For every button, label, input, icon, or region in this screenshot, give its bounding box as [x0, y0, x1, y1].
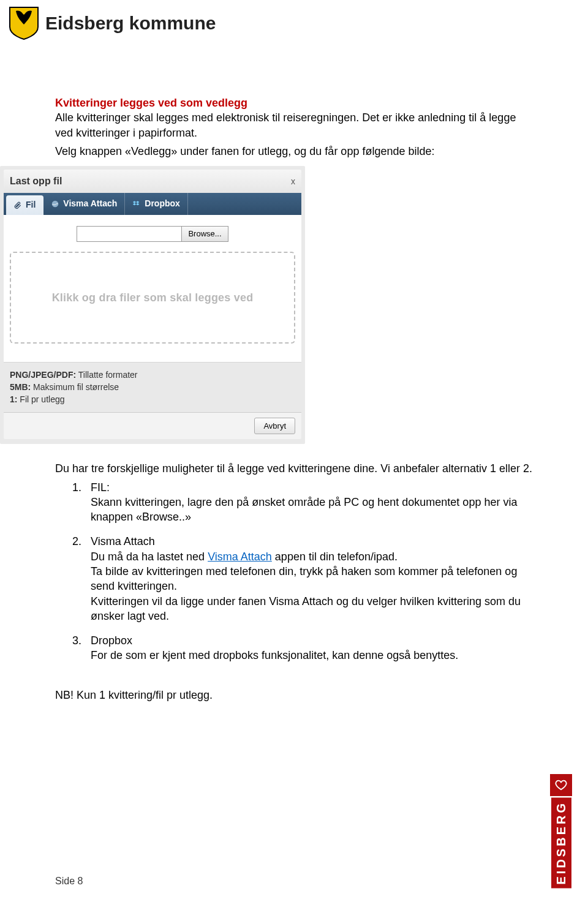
item1-body: Skann kvitteringen, lagre den på ønsket … — [91, 495, 533, 525]
tab-fil[interactable]: Fil — [6, 195, 43, 215]
file-path-field[interactable] — [77, 227, 181, 241]
dialog-tabbar: Fil Visma Attach Dropbox — [4, 193, 301, 215]
info-count-label: 1: — [10, 394, 17, 404]
list-item: 2. Visma Attach Du må da ha lastet ned V… — [72, 534, 533, 623]
section-para-1: Alle kvitteringer skal legges med elektr… — [55, 110, 533, 140]
nb-note: NB! Kun 1 kvittering/fil pr utlegg. — [55, 688, 533, 702]
tab-visma-attach[interactable]: Visma Attach — [43, 193, 125, 215]
side-brand: EIDSBERG — [550, 774, 572, 888]
dialog-info: PNG/JPEG/PDF: Tillatte formater 5MB: Mak… — [4, 362, 301, 412]
list-item: 1. FIL: Skann kvitteringen, lagre den på… — [72, 480, 533, 525]
close-icon[interactable]: x — [291, 176, 295, 187]
list-item: 3. Dropbox For de som er kjent med dropb… — [72, 633, 533, 663]
dialog-title-text: Last opp fil — [10, 175, 62, 188]
info-size-label: 5MB: — [10, 382, 31, 392]
dropzone[interactable]: Klikk og dra filer som skal legges ved — [10, 252, 295, 344]
section-para-2: Velg knappen «Vedlegg» under fanen for u… — [55, 144, 533, 159]
info-size-text: Maksimum fil størrelse — [31, 382, 119, 392]
file-picker[interactable]: Browse... — [77, 226, 228, 242]
list-number-1: 1. — [72, 480, 83, 525]
list-number-3: 3. — [72, 633, 83, 663]
heart-icon — [550, 774, 572, 796]
file-input-row: Browse... — [4, 215, 301, 248]
tab-visma-label: Visma Attach — [63, 198, 117, 209]
page-footer: Side 8 — [55, 876, 83, 887]
info-formats-text: Tillatte formater — [76, 370, 137, 380]
brand-text: EIDSBERG — [551, 797, 571, 888]
item2-line2: Ta bilde av kvitteringen med telefonen d… — [91, 564, 533, 594]
dialog-titlebar: Last opp fil x — [4, 170, 301, 193]
section-title: Kvitteringer legges ved som vedlegg — [55, 96, 533, 110]
tab-dropbox-label: Dropbox — [145, 198, 180, 209]
doc-header: Eidsberg kommune — [0, 0, 588, 40]
info-count-text: Fil pr utlegg — [17, 394, 64, 404]
after-dialog-para: Du har tre forskjellige muligheter til å… — [55, 461, 533, 476]
browse-button[interactable]: Browse... — [181, 227, 227, 241]
tab-fil-label: Fil — [26, 199, 36, 211]
info-formats-label: PNG/JPEG/PDF: — [10, 370, 76, 380]
tab-dropbox[interactable]: Dropbox — [125, 193, 188, 215]
item2-title: Visma Attach — [91, 534, 533, 549]
list-number-2: 2. — [72, 534, 83, 623]
item1-title: FIL: — [91, 480, 533, 495]
item2-line1b: appen til din telefon/ipad. — [272, 551, 398, 563]
globe-icon — [51, 200, 59, 208]
item3-body: For de som er kjent med dropboks funksjo… — [91, 648, 458, 663]
content: Kvitteringer legges ved som vedlegg Alle… — [0, 40, 588, 702]
upload-dialog: Last opp fil x Fil Visma Attach — [0, 166, 305, 444]
numbered-list: 1. FIL: Skann kvitteringen, lagre den på… — [72, 480, 533, 663]
paperclip-icon — [13, 201, 22, 209]
header-title: Eidsberg kommune — [45, 13, 216, 34]
item3-title: Dropbox — [91, 633, 458, 648]
dropzone-label: Klikk og dra filer som skal legges ved — [52, 290, 254, 305]
item2-line1a: Du må da ha lastet ned — [91, 551, 208, 563]
cancel-button[interactable]: Avbryt — [254, 418, 295, 435]
dialog-footer: Avbryt — [4, 412, 301, 440]
dropbox-icon — [132, 200, 141, 208]
item2-line3: Kvitteringen vil da ligge under fanen Vi… — [91, 594, 533, 624]
visma-attach-link[interactable]: Visma Attach — [208, 551, 272, 563]
shield-logo-icon — [9, 6, 39, 40]
